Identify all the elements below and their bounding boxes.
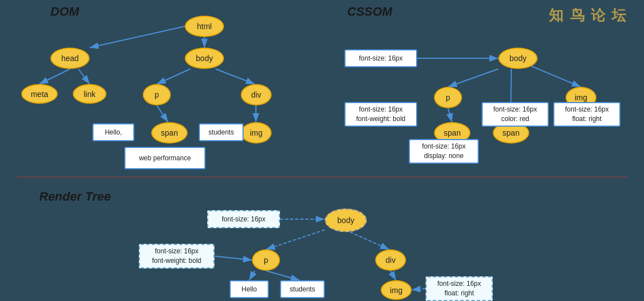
render-fontsize-box: font-size: 16px <box>207 210 280 228</box>
svg-line-5 <box>78 69 90 84</box>
dom-webperf-box: web performance <box>124 147 206 169</box>
render-div-node: div <box>375 249 406 271</box>
dom-hello-box: Hello, <box>92 123 134 141</box>
svg-line-6 <box>157 69 190 84</box>
dom-img-node: img <box>241 122 272 143</box>
svg-line-22 <box>390 271 396 280</box>
render-img-style-box: font-size: 16pxfloat: right <box>426 276 493 301</box>
cssom-img-style-box: font-size: 16pxfloat: right <box>553 102 620 127</box>
dom-html-node: html <box>185 16 224 37</box>
render-hello-box: Hello <box>230 280 269 298</box>
cssom-p-style-box: font-size: 16pxfont-weight: bold <box>344 102 417 127</box>
svg-line-8 <box>157 105 168 122</box>
render-label: Render Tree <box>39 189 111 204</box>
dom-body-node: body <box>185 48 224 69</box>
svg-line-7 <box>216 69 255 84</box>
dom-students-box: students <box>199 123 244 141</box>
svg-line-14 <box>448 108 452 122</box>
svg-line-21 <box>266 271 300 280</box>
svg-line-4 <box>39 69 70 84</box>
svg-line-11 <box>448 69 498 87</box>
svg-line-18 <box>350 232 389 249</box>
svg-line-2 <box>90 26 185 48</box>
svg-line-23 <box>412 289 426 290</box>
diagram-container: 知 鸟 论 坛 DOM CSSOM Render Tree html head … <box>0 0 644 301</box>
svg-line-20 <box>249 271 255 280</box>
render-img-node: img <box>381 280 412 300</box>
render-p-node: p <box>252 249 280 271</box>
cssom-fontsize-box: font-size: 16px <box>344 49 417 67</box>
cssom-body-node: body <box>498 48 538 69</box>
cssom-label: CSSOM <box>347 4 393 19</box>
dom-meta-node: meta <box>21 84 58 104</box>
dom-p-node: p <box>143 84 171 105</box>
render-p-style-box: font-size: 16pxfont-weight: bold <box>139 244 214 268</box>
dom-label: DOM <box>50 4 79 19</box>
render-students-box: students <box>280 280 325 298</box>
dom-link-node: link <box>73 84 106 104</box>
svg-line-17 <box>266 230 325 249</box>
cssom-span-style-box: font-size: 16pxcolor: red <box>482 102 549 127</box>
render-body-node: body <box>325 209 367 232</box>
dom-span-node: span <box>151 122 188 143</box>
dom-head-node: head <box>50 48 90 69</box>
dom-div-node: div <box>241 84 272 105</box>
cssom-span2-style-box: font-size: 16pxdisplay: none <box>409 139 479 164</box>
cssom-p-node: p <box>434 87 462 108</box>
arrows-layer <box>0 0 644 301</box>
watermark: 知 鸟 论 坛 <box>549 6 627 25</box>
svg-line-19 <box>214 256 252 260</box>
